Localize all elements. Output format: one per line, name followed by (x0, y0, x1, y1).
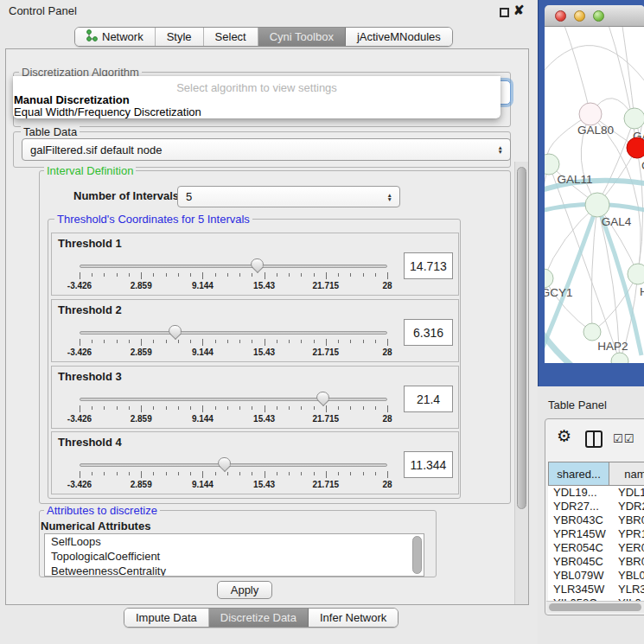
popup-item-equal-width-frequency[interactable]: Equal Width/Frequency Discretization (14, 105, 201, 118)
table-hscrollbar-track[interactable] (546, 601, 644, 613)
table-row[interactable]: YPR145WYPR1 (548, 527, 644, 541)
tab-cyni-toolbox[interactable]: Cyni Toolbox (258, 28, 346, 46)
table-cell: YBR043C (548, 513, 609, 527)
table-hscrollbar-thumb[interactable] (549, 603, 641, 611)
close-traffic-light-icon[interactable] (555, 10, 566, 22)
table-row[interactable]: YBR045CYBR0 (548, 555, 644, 569)
float-window-icon[interactable] (500, 8, 509, 17)
close-icon[interactable]: ✘ (513, 3, 525, 18)
table-data-combobox[interactable]: galFiltered.sif default node ▲▼ (22, 138, 511, 161)
threshold-value-field[interactable]: 21.4 (404, 386, 453, 412)
threshold-3-row: Threshold 3 -3.4262.8599.14415.4321.7152… (51, 366, 459, 429)
algorithm-placeholder[interactable]: Select algorithm to view settings (13, 81, 501, 94)
network-node[interactable] (628, 264, 644, 284)
slider-tick (178, 340, 179, 343)
network-edge[interactable] (545, 205, 597, 278)
network-node[interactable] (611, 353, 628, 363)
slider-tick (104, 472, 105, 475)
table-row[interactable]: YBL079WYBL0 (548, 569, 644, 583)
attribute-item[interactable]: BetweennessCentrality (45, 564, 424, 577)
network-edge[interactable] (545, 46, 644, 92)
table-row[interactable]: YBR043CYBR0 (548, 513, 644, 527)
slider-tick-label: 21.715 (313, 480, 340, 489)
threshold-slider-track[interactable] (80, 265, 387, 268)
threshold-slider-track[interactable] (80, 463, 387, 467)
threshold-slider-track[interactable] (80, 331, 387, 335)
minimize-traffic-light-icon[interactable] (574, 10, 585, 22)
network-edge[interactable] (545, 164, 549, 278)
panel-scrollbar-track[interactable] (514, 162, 528, 604)
slider-tick (202, 405, 203, 412)
network-edge[interactable] (597, 205, 620, 361)
tab-infer-network[interactable]: Infer Network (309, 609, 398, 627)
attribute-item[interactable]: TopologicalCoefficient (45, 549, 424, 564)
network-node[interactable] (627, 137, 644, 158)
slider-tick-label: 9.144 (192, 414, 214, 424)
network-node[interactable] (579, 103, 602, 125)
table-row[interactable]: YDL19...YDL1 (548, 486, 644, 500)
gear-icon[interactable]: ⚙ (557, 426, 571, 446)
tab-discretize-data[interactable]: Discretize Data (209, 609, 309, 627)
zoom-traffic-light-icon[interactable] (593, 10, 604, 22)
slider-tick-label: -3.426 (67, 281, 92, 290)
list-scrollbar[interactable] (412, 536, 422, 574)
network-canvas[interactable]: GAL80GACGAL11GAL4GCY1HHAP2 (545, 27, 644, 363)
slider-tick-label: 9.144 (192, 480, 214, 489)
slider-tick (314, 340, 315, 343)
tab-style[interactable]: Style (156, 28, 204, 46)
table-row[interactable]: YER054CYER0 (548, 541, 644, 555)
network-window-titlebar[interactable] (545, 5, 644, 27)
apply-button[interactable]: Apply (217, 581, 272, 599)
threshold-value-field[interactable]: 11.344 (404, 451, 453, 478)
tab-impute-data[interactable]: Impute Data (124, 609, 209, 627)
table-row[interactable]: YLR345WYLR3 (548, 583, 644, 596)
tab-jactivemnodules[interactable]: jActiveMNodules (346, 28, 452, 46)
network-edge[interactable] (562, 27, 590, 114)
slider-scale: -3.4262.8599.14415.4321.71528 (80, 405, 387, 426)
threshold-slider-thumb[interactable] (169, 325, 182, 335)
table-cell: YDL1 (609, 486, 644, 500)
slider-tick (338, 273, 339, 277)
popup-item-manual-discretization[interactable]: Manual Discretization (14, 93, 130, 106)
threshold-slider-track[interactable] (80, 398, 387, 401)
checkbox-pair-icon[interactable]: ☑☑ (613, 432, 634, 445)
panel-scrollbar-thumb[interactable] (517, 167, 526, 509)
slider-tick (178, 472, 179, 475)
column-header-shared[interactable]: shared... (548, 462, 609, 486)
slider-tick (252, 406, 252, 410)
table-row[interactable]: YDR27...YDR2 (548, 500, 644, 513)
column-header-name[interactable]: name (609, 462, 644, 486)
table-cell: YBR045C (548, 555, 609, 569)
tab-network[interactable]: Network (75, 28, 156, 46)
tab-label: Infer Network (320, 611, 386, 624)
network-node[interactable] (545, 269, 553, 288)
threshold-value-field[interactable]: 6.316 (404, 319, 453, 346)
slider-tick (289, 406, 290, 410)
slider-tick-label: 15.43 (253, 281, 275, 290)
network-edge[interactable] (621, 27, 634, 118)
slider-tick (190, 273, 191, 277)
table-cell: YER054C (548, 541, 609, 555)
group-title: Interval Definition (44, 165, 136, 177)
network-node[interactable] (583, 323, 601, 341)
number-of-intervals-combobox[interactable]: 5 ▲▼ (177, 186, 400, 207)
threshold-value-field[interactable]: 14.713 (404, 252, 453, 279)
threshold-2-row: Threshold 2 -3.4262.8599.14415.4321.7152… (51, 299, 459, 362)
panel-title: Control Panel (9, 4, 77, 17)
slider-tick (265, 339, 265, 346)
attribute-item[interactable]: SelfLoops (45, 534, 424, 549)
slider-tick-label: -3.426 (67, 348, 92, 357)
node-label: GCY1 (545, 286, 572, 299)
slider-tick (277, 406, 277, 410)
network-node[interactable] (585, 193, 609, 217)
table-panel-title: Table Panel (548, 399, 607, 411)
threshold-slider-thumb[interactable] (316, 392, 329, 401)
slider-tick (277, 340, 277, 343)
network-node[interactable] (624, 108, 644, 129)
threshold-slider-thumb[interactable] (251, 258, 264, 268)
columns-icon[interactable] (585, 430, 603, 448)
threshold-slider-thumb[interactable] (218, 457, 231, 467)
slider-tick (375, 406, 376, 410)
slider-tick (104, 273, 105, 277)
tab-select[interactable]: Select (204, 28, 258, 46)
